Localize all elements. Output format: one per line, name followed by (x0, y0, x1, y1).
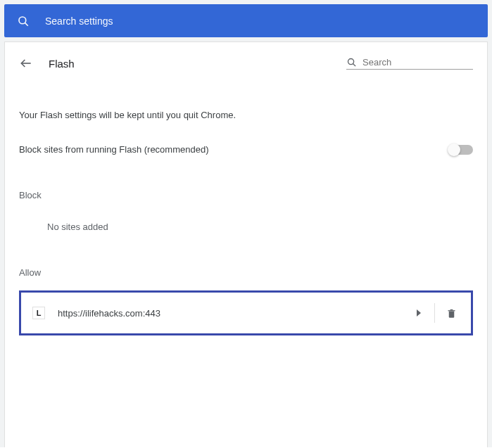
block-flash-toggle[interactable] (449, 145, 473, 155)
page-search-input[interactable] (362, 57, 473, 68)
block-empty-text: No sites added (19, 222, 473, 232)
search-icon (17, 15, 30, 27)
svg-line-1 (25, 23, 28, 25)
row-divider (434, 303, 435, 323)
allow-highlight-frame: L https://ilifehacks.com:443 (19, 290, 473, 335)
settings-panel: Flash Your Flash settings will be kept u… (4, 41, 488, 447)
toggle-knob (448, 143, 460, 156)
chevron-right-icon[interactable] (408, 304, 430, 322)
block-flash-label: Block sites from running Flash (recommen… (19, 144, 209, 155)
site-url: https://ilifehacks.com:443 (58, 308, 408, 319)
trash-icon[interactable] (439, 302, 464, 325)
back-arrow-icon[interactable] (19, 56, 33, 70)
top-search-banner[interactable]: Search settings (4, 4, 488, 37)
svg-point-3 (348, 59, 354, 65)
search-icon (346, 57, 357, 68)
svg-point-0 (19, 17, 26, 24)
page-title: Flash (49, 58, 75, 70)
block-flash-toggle-row: Block sites from running Flash (recommen… (19, 144, 473, 155)
top-search-placeholder: Search settings (45, 15, 113, 27)
block-section-heading: Block (19, 190, 473, 200)
svg-marker-5 (417, 309, 421, 316)
page-search-field[interactable] (346, 57, 473, 70)
site-favicon: L (32, 307, 45, 319)
allow-section-heading: Allow (19, 267, 473, 278)
allow-site-row[interactable]: L https://ilifehacks.com:443 (23, 294, 469, 332)
svg-line-4 (353, 64, 355, 66)
flash-info-text: Your Flash settings will be kept until y… (19, 110, 473, 120)
